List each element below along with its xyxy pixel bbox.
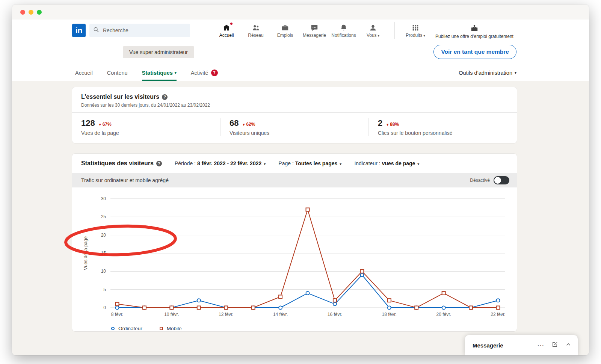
svg-text:16 févr.: 16 févr. [328, 312, 342, 317]
chart-legend: OrdinateurMobile [111, 326, 508, 331]
svg-text:Vues de la page: Vues de la page [83, 236, 88, 270]
legend-item-ordinateur: Ordinateur [111, 326, 142, 331]
toggle-knob [494, 177, 501, 184]
aggregate-traffic-label: Trafic sur ordinateur et mobile agrégé [81, 177, 169, 183]
stat-custom-button-clicks: 2▼88% Clics sur le bouton personnalisé [368, 118, 517, 136]
nav-item-label: Produits▾ [406, 33, 425, 38]
person-icon [369, 23, 377, 33]
grid-icon [411, 23, 420, 33]
chevron-down-icon: ▾ [264, 162, 266, 166]
svg-text:25: 25 [101, 214, 106, 219]
summary-card-subtitle: Données sur les 30 derniers jours, du 24… [81, 103, 508, 108]
nav-item-label: Emplois [277, 33, 293, 38]
visitor-statistics-card: Statistiques des visiteurs ? Période :8 … [72, 154, 517, 331]
search-box[interactable] [89, 24, 190, 37]
more-icon[interactable]: ⋯ [537, 343, 545, 347]
svg-text:18 févr.: 18 févr. [382, 312, 397, 317]
nav-item-label: Notifications [331, 33, 356, 38]
page-filter[interactable]: Page :Toutes les pages▾ [278, 160, 341, 166]
home-icon [222, 23, 231, 33]
search-icon [93, 27, 99, 34]
visitors-card-title: Statistiques des visiteurs ? [81, 160, 162, 167]
stat-label: Visiteurs uniques [230, 130, 368, 136]
tab-activite[interactable]: Activité7 [191, 65, 218, 81]
minimize-button[interactable] [29, 10, 33, 15]
briefcase-icon [281, 23, 289, 33]
nav-items: Accueil Réseau Emplois Messagerie [212, 22, 513, 39]
tab-contenu[interactable]: Contenu [107, 65, 128, 81]
nav-item-jobs[interactable]: Emplois [270, 23, 300, 39]
decline-arrow-icon: ▼ [242, 123, 245, 127]
stat-unique-visitors: 68▼62% Visiteurs uniques [220, 118, 368, 136]
nav-item-notifications[interactable]: Notifications [329, 23, 358, 39]
chevron-down-icon: ▾ [423, 34, 425, 38]
admin-header: Vue super administrateur Voir en tant qu… [12, 41, 589, 65]
nav-item-post-job[interactable]: Publiez une offre d’emploi gratuitement [435, 24, 513, 39]
chevron-up-icon[interactable] [565, 341, 572, 349]
chat-icon [310, 23, 319, 33]
svg-text:20 févr.: 20 févr. [436, 312, 451, 317]
network-icon [252, 23, 260, 33]
post-job-icon [470, 24, 479, 34]
main-content: L’essentiel sur les visiteurs ? Données … [12, 81, 589, 355]
svg-text:10 févr.: 10 févr. [164, 312, 179, 317]
help-icon[interactable]: ? [156, 161, 162, 166]
close-button[interactable] [20, 10, 25, 15]
toggle-state-label: Désactivé [470, 178, 490, 183]
svg-text:10: 10 [101, 269, 106, 274]
linkedin-top-nav: in Accueil Réseau [12, 20, 589, 41]
chart-area: 051015202530Vues de la page8 févr.10 fév… [72, 187, 517, 331]
svg-text:8 févr.: 8 févr. [111, 312, 124, 317]
messaging-dock[interactable]: Messagerie ⋯ [465, 335, 578, 355]
svg-text:22 févr.: 22 févr. [491, 312, 505, 317]
decline-arrow-icon: ▼ [98, 123, 102, 127]
super-admin-view-badge: Vue super administrateur [123, 46, 194, 58]
svg-text:12 févr.: 12 févr. [219, 312, 233, 317]
nav-item-label: Accueil [219, 33, 234, 38]
period-filter[interactable]: Période :8 févr. 2022 - 22 févr. 2022▾ [175, 160, 266, 166]
activity-count-badge: 7 [211, 69, 218, 76]
stat-label: Clics sur le bouton personnalisé [378, 130, 517, 136]
stat-label: Vues de la page [81, 130, 220, 136]
app-window: in Accueil Réseau [12, 5, 589, 355]
visitors-card-header: Statistiques des visiteurs ? Période :8 … [72, 154, 517, 173]
svg-text:30: 30 [101, 196, 106, 201]
chevron-down-icon: ▾ [175, 71, 177, 75]
nav-item-products[interactable]: Produits▾ [401, 23, 430, 39]
visitor-highlights-card: L’essentiel sur les visiteurs ? Données … [72, 87, 517, 143]
search-input[interactable] [102, 27, 186, 34]
zoom-button[interactable] [37, 10, 42, 15]
messaging-title: Messagerie [473, 342, 503, 349]
notification-dot [230, 22, 233, 26]
linkedin-logo[interactable]: in [72, 24, 86, 37]
nav-item-network[interactable]: Réseau [241, 23, 270, 39]
summary-stats-row: 128▼67% Vues de la page 68▼62% Visiteurs… [72, 113, 517, 143]
aggregate-toggle[interactable] [494, 176, 509, 184]
tab-accueil[interactable]: Accueil [75, 65, 93, 81]
legend-item-mobile: Mobile [160, 326, 182, 331]
tab-statistiques[interactable]: Statistiques▾ [142, 65, 177, 81]
stat-delta: ▼62% [242, 122, 255, 127]
nav-item-messaging[interactable]: Messagerie [300, 23, 329, 39]
window-titlebar [12, 5, 589, 20]
nav-item-home[interactable]: Accueil [212, 23, 241, 39]
stat-delta: ▼88% [386, 122, 399, 127]
view-as-member-button[interactable]: Voir en tant que membre [433, 45, 516, 59]
nav-item-label: Réseau [248, 33, 263, 38]
metric-filter[interactable]: Indicateur :vues de page▾ [354, 160, 419, 166]
help-icon[interactable]: ? [162, 94, 168, 100]
svg-text:20: 20 [101, 233, 106, 238]
svg-text:15: 15 [101, 251, 106, 256]
visitors-line-chart: 051015202530Vues de la page8 févr.10 fév… [81, 193, 508, 324]
chevron-down-icon: ▾ [378, 34, 380, 38]
summary-card-title: L’essentiel sur les visiteurs ? [81, 94, 508, 100]
stat-delta: ▼67% [98, 122, 112, 127]
square-marker-icon [160, 327, 163, 330]
chevron-down-icon: ▾ [340, 162, 341, 166]
decline-arrow-icon: ▼ [386, 123, 389, 127]
summary-card-header: L’essentiel sur les visiteurs ? Données … [72, 87, 517, 113]
nav-item-me[interactable]: Vous▾ [358, 23, 388, 39]
compose-icon[interactable] [551, 341, 558, 349]
admin-tools-dropdown[interactable]: Outils d’administration▾ [459, 65, 516, 81]
stat-page-views: 128▼67% Vues de la page [72, 118, 220, 136]
